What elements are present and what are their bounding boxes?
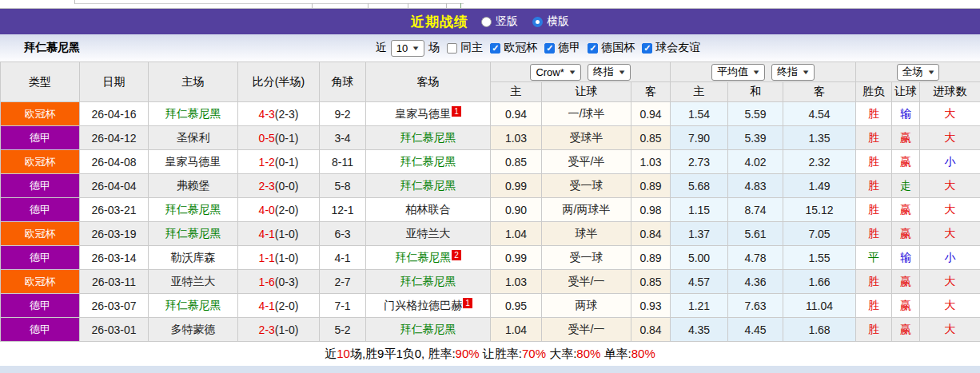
- view-mode-radio-group: 竖版 横版: [481, 14, 569, 29]
- odds-handicap-cell: 一/球半: [542, 102, 631, 126]
- home-team-name[interactable]: 亚特兰大: [171, 275, 216, 288]
- home-team-name[interactable]: 拜仁慕尼黑: [165, 299, 221, 311]
- result-goals-cell: 大: [920, 126, 980, 150]
- page-title: 近期战绩: [411, 13, 468, 31]
- home-team-name[interactable]: 多特蒙德: [171, 323, 216, 335]
- home-team-name[interactable]: 弗赖堡: [177, 179, 210, 192]
- radio-icon[interactable]: [532, 17, 543, 27]
- league-checkbox[interactable]: [588, 43, 598, 54]
- average-final-select[interactable]: 终指 ▼: [771, 64, 815, 81]
- home-team[interactable]: 圣保利: [149, 126, 238, 150]
- home-team[interactable]: 皇家马德里: [149, 150, 238, 174]
- halftime-score: (2-0): [275, 300, 299, 312]
- away-team-name[interactable]: 柏林联合: [406, 203, 451, 216]
- same-home-checkbox[interactable]: [447, 43, 457, 54]
- results-table-body: 欧冠杯 26-04-16 拜仁慕尼黑 4-3(2-3) 9-2 皇家马德里1 0…: [1, 102, 980, 342]
- away-team[interactable]: 亚特兰大: [366, 222, 491, 246]
- home-team[interactable]: 多特蒙德: [149, 318, 238, 342]
- home-team[interactable]: 拜仁慕尼黑: [149, 294, 238, 318]
- away-team-name[interactable]: 拜仁慕尼黑: [400, 323, 456, 335]
- result-handicap-cell: 赢: [892, 126, 920, 150]
- average-value: 平均值: [717, 65, 748, 79]
- avg-away-cell: 4.54: [783, 102, 856, 126]
- home-team-name[interactable]: 勒沃库森: [171, 251, 216, 264]
- away-team[interactable]: 柏林联合: [366, 198, 491, 222]
- view-mode-horizontal[interactable]: 横版: [532, 14, 569, 29]
- away-team-name[interactable]: 拜仁慕尼黑: [400, 275, 456, 288]
- avg-draw-cell: 4.78: [728, 246, 783, 270]
- cutoff-tick: [312, 3, 313, 8]
- table-row: 德甲 26-03-01 多特蒙德 2-3(1-0) 5-2 拜仁慕尼黑 1.04…: [1, 318, 980, 342]
- home-team[interactable]: 亚特兰大: [149, 270, 238, 294]
- corner-cell: 3-4: [320, 126, 366, 150]
- away-team-name[interactable]: 拜仁慕尼黑: [400, 131, 456, 144]
- away-team-name[interactable]: 皇家马德里: [395, 107, 451, 120]
- fulltime-score: 2-3: [259, 323, 275, 336]
- away-team[interactable]: 拜仁慕尼黑: [366, 270, 491, 294]
- league-checkbox[interactable]: [490, 43, 500, 54]
- match-count-select[interactable]: 10 ▼: [391, 40, 424, 57]
- summary-part: 大率:: [546, 347, 576, 360]
- result-goals-cell: 大: [920, 102, 980, 126]
- league-checkbox[interactable]: [544, 43, 555, 54]
- score-cell: 4-1(2-0): [238, 294, 320, 318]
- away-team-name[interactable]: 门兴格拉德巴赫: [384, 299, 462, 311]
- table-row: 欧冠杯 26-04-16 拜仁慕尼黑 4-3(2-3) 9-2 皇家马德里1 0…: [1, 102, 980, 126]
- home-team-name[interactable]: 拜仁慕尼黑: [165, 107, 221, 120]
- home-team-name[interactable]: 拜仁慕尼黑: [165, 227, 221, 240]
- view-mode-vertical[interactable]: 竖版: [481, 14, 518, 29]
- fulltime-score: 1-1: [259, 252, 275, 264]
- home-team[interactable]: 拜仁慕尼黑: [149, 222, 238, 246]
- away-team[interactable]: 拜仁慕尼黑: [366, 174, 491, 198]
- halftime-score: (0-0): [275, 180, 299, 192]
- score-cell: 1-6(0-3): [238, 270, 320, 294]
- home-team-name[interactable]: 皇家马德里: [165, 155, 221, 168]
- away-team-name[interactable]: 亚特兰大: [406, 227, 451, 240]
- home-team[interactable]: 弗赖堡: [149, 174, 238, 198]
- away-team[interactable]: 门兴格拉德巴赫1: [366, 294, 491, 318]
- league-cell: 欧冠杯: [1, 150, 80, 174]
- home-team[interactable]: 拜仁慕尼黑: [149, 102, 238, 126]
- summary-part: 80%: [576, 347, 600, 360]
- odds-source-select[interactable]: Crow* ▼: [530, 64, 580, 81]
- odds-final-select[interactable]: 终指 ▼: [588, 64, 631, 81]
- odds-handicap-cell: 球半: [542, 222, 631, 246]
- away-team-name[interactable]: 拜仁慕尼黑: [400, 155, 456, 168]
- date-cell: 26-04-04: [80, 174, 149, 198]
- away-team-name[interactable]: 拜仁慕尼黑: [400, 179, 456, 192]
- away-team[interactable]: 拜仁慕尼黑: [366, 126, 491, 150]
- radio-icon[interactable]: [481, 17, 492, 27]
- halftime-score: (2-3): [275, 108, 299, 121]
- away-team-name[interactable]: 拜仁慕尼黑: [395, 251, 451, 264]
- result-outcome-cell: 胜: [856, 102, 892, 126]
- home-team-name[interactable]: 圣保利: [177, 131, 210, 144]
- halftime-score: (1-0): [275, 252, 299, 264]
- score-cell: 4-1(1-0): [238, 222, 320, 246]
- home-team[interactable]: 拜仁慕尼黑: [149, 198, 238, 222]
- avg-away-cell: 15.12: [783, 198, 856, 222]
- away-team[interactable]: 皇家马德里1: [366, 102, 491, 126]
- away-team[interactable]: 拜仁慕尼黑: [366, 150, 491, 174]
- away-team[interactable]: 拜仁慕尼黑2: [366, 246, 491, 270]
- average-select[interactable]: 平均值 ▼: [711, 64, 765, 81]
- summary-part: 让胜率:: [480, 347, 522, 360]
- col-header-score: 比分(半场): [238, 62, 320, 102]
- subcol-avg-home: 主: [671, 82, 728, 102]
- odds-handicap-cell: 受平/半: [542, 150, 631, 174]
- halftime-score: (1-0): [275, 228, 299, 240]
- halftime-score: (0-1): [275, 132, 299, 145]
- avg-away-cell: 1.66: [783, 270, 856, 294]
- result-goals-cell: 小: [920, 150, 980, 174]
- league-checkbox[interactable]: [642, 43, 652, 54]
- table-row: 欧冠杯 26-03-19 拜仁慕尼黑 4-1(1-0) 6-3 亚特兰大 1.0…: [1, 222, 980, 246]
- bottom-strip: [0, 366, 980, 373]
- odds-home-cell: 1.03: [491, 270, 542, 294]
- odds-home-cell: 1.04: [491, 318, 542, 342]
- home-team-name[interactable]: 拜仁慕尼黑: [165, 203, 221, 216]
- result-handicap-cell: 输: [892, 102, 920, 126]
- filter-controls: 近 10 ▼ 场 同主 欧冠杯德甲德国杯球会友谊: [376, 40, 700, 57]
- home-team[interactable]: 勒沃库森: [149, 246, 238, 270]
- corner-cell: 9-2: [320, 102, 366, 126]
- scope-select[interactable]: 全场 ▼: [897, 64, 940, 81]
- away-team[interactable]: 拜仁慕尼黑: [366, 318, 491, 342]
